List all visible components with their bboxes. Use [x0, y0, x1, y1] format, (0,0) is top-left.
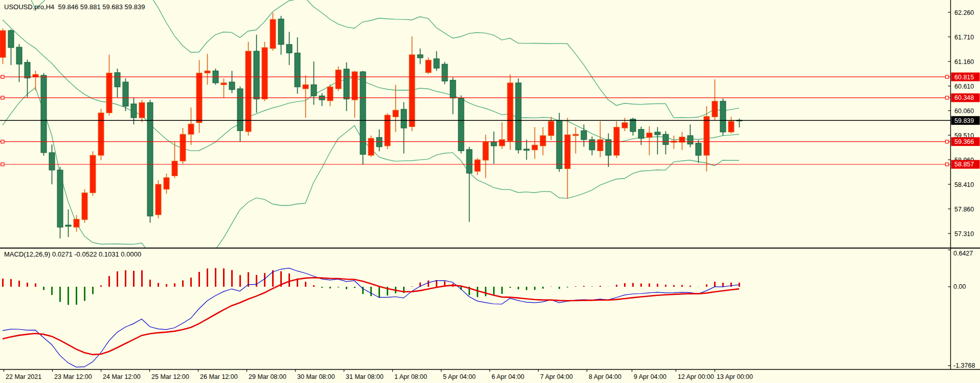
candle-body: [0, 31, 6, 57]
candle-body: [606, 140, 611, 156]
level-handle[interactable]: [946, 163, 949, 166]
candle-body: [556, 120, 562, 168]
candle-bear: [556, 113, 562, 172]
candle-bull: [0, 28, 6, 64]
level-handle[interactable]: [946, 140, 949, 143]
candle-bull: [647, 126, 652, 156]
candle-bear: [311, 61, 317, 105]
candle-body: [376, 137, 382, 146]
candle-bull: [164, 174, 169, 194]
candle-body: [565, 135, 570, 168]
candle-body: [647, 133, 652, 138]
time-tick-label: 9 Apr 04:00: [634, 373, 666, 380]
candle-body: [434, 59, 439, 68]
macd-pane[interactable]: [3, 268, 740, 367]
candle-body: [131, 104, 137, 118]
candle-bear: [434, 51, 439, 71]
candle-body: [417, 55, 423, 58]
candles-layer: [0, 13, 742, 239]
candle-body: [516, 83, 521, 150]
candle-bear: [57, 167, 63, 239]
time-tick-label: 1 Apr 08:00: [394, 373, 427, 380]
time-tick-label: 29 Mar 08:00: [249, 373, 286, 380]
candle-bull: [262, 42, 268, 101]
candle-body: [8, 31, 14, 48]
level-handle[interactable]: [946, 96, 949, 99]
candle-bull: [246, 42, 251, 136]
candle-bear: [65, 209, 71, 237]
candle-body: [426, 60, 431, 72]
candle-body: [573, 134, 578, 136]
candle-body: [65, 225, 71, 226]
candle-bear: [115, 69, 120, 98]
price-pane[interactable]: [0, 0, 742, 257]
candle-body: [139, 102, 145, 118]
candle-body: [466, 150, 472, 173]
chart-title: USOUSD.pro,H4 59.846 59.881 59.683 59.83…: [4, 3, 145, 11]
candle-bull: [188, 108, 194, 145]
price-level-lines[interactable]: [0, 75, 951, 166]
candle-body: [172, 161, 177, 176]
time-tick-label: 13 Apr 00:00: [717, 373, 753, 380]
candle-body: [115, 73, 120, 87]
candle-body: [229, 82, 235, 90]
candle-bear: [295, 37, 300, 94]
candle-body: [360, 72, 366, 154]
time-tick-label: 23 Mar 12:00: [54, 373, 92, 380]
level-handle[interactable]: [1, 96, 4, 99]
bollinger-upper-band: [3, 0, 739, 118]
macd-histogram: [3, 268, 740, 305]
candle-bull: [33, 71, 38, 90]
candle-bear: [254, 35, 259, 113]
candle-body: [278, 19, 284, 45]
candle-bear: [41, 73, 47, 156]
candle-bull: [507, 74, 513, 150]
level-handle[interactable]: [1, 163, 4, 166]
candle-bear: [360, 71, 366, 164]
candle-body: [295, 53, 300, 87]
price-tick-label: 57.310: [954, 230, 974, 238]
candle-bull: [565, 118, 570, 199]
candle-body: [246, 51, 251, 132]
candle-bull: [679, 132, 685, 150]
candle-body: [524, 149, 529, 151]
candle-body: [164, 178, 169, 189]
level-price-badge: 60.348: [954, 94, 974, 101]
candle-bull: [106, 55, 112, 116]
bollinger-bands: [3, 0, 739, 257]
candle-bear: [737, 119, 742, 127]
candle-bull: [475, 158, 480, 175]
candle-bull: [499, 122, 505, 149]
candle-bear: [466, 147, 472, 222]
candle-bull: [172, 142, 177, 178]
candle-body: [385, 115, 390, 146]
candle-body: [720, 101, 726, 132]
chart-canvas[interactable]: 62.26061.71061.16060.61060.06059.51058.9…: [0, 0, 980, 383]
candle-bull: [139, 100, 145, 122]
candle-body: [254, 51, 259, 99]
level-handle[interactable]: [1, 75, 4, 78]
candle-body: [57, 170, 63, 227]
level-handle[interactable]: [946, 75, 949, 78]
candle-bear: [687, 124, 693, 147]
time-tick-label: 25 Mar 12:00: [151, 373, 189, 380]
candle-bull: [90, 151, 96, 196]
candle-bull: [712, 79, 718, 120]
candle-bull: [409, 36, 415, 131]
candle-body: [442, 64, 448, 81]
panel-borders: [0, 0, 980, 370]
candle-body: [728, 121, 734, 132]
candle-bear: [696, 140, 701, 163]
candle-body: [532, 145, 538, 150]
candle-body: [507, 83, 513, 141]
candle-bear: [638, 126, 644, 145]
candle-body: [221, 83, 227, 84]
candle-bull: [368, 136, 374, 157]
time-tick-label: 24 Mar 12:00: [103, 373, 141, 380]
level-handle[interactable]: [1, 140, 4, 143]
candle-bear: [589, 137, 595, 156]
candle-bear: [278, 16, 284, 55]
time-tick-label: 8 Apr 04:00: [589, 373, 621, 380]
candle-body: [286, 45, 292, 53]
candle-body: [336, 70, 341, 89]
